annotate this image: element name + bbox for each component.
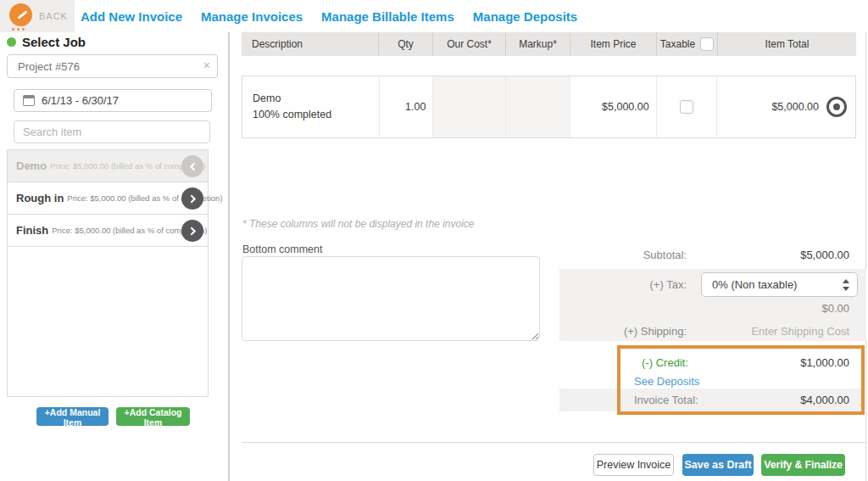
job-select-field: × (7, 54, 218, 78)
chevron-right-icon[interactable] (181, 220, 203, 242)
item-search-input[interactable] (14, 120, 210, 143)
header-item-price: Item Price (570, 32, 657, 56)
job-input[interactable] (7, 54, 218, 78)
tax-selected-option: 0% (Non taxable) (712, 278, 797, 291)
add-catalog-item-button[interactable]: +Add Catalog Item (116, 407, 190, 426)
credit-highlight-box: (-) Credit: $1,000.00 See Deposits Invoi… (617, 345, 865, 415)
cell-description: Demo 100% completed (242, 76, 380, 137)
chevron-left-icon[interactable] (181, 155, 203, 177)
calendar-icon (23, 95, 35, 106)
cell-markup (506, 76, 570, 137)
verify-finalize-button[interactable]: Verify & Finalize (761, 454, 845, 476)
see-deposits-link[interactable]: See Deposits (634, 375, 699, 388)
cell-item-total: $5,000.00 (717, 76, 855, 137)
list-item-finish[interactable]: Finish Price: $5,000.00 (billed as % of … (8, 215, 208, 247)
select-job-label: Select Job (22, 35, 86, 49)
invoice-total-row: Invoice Total: $4,000.00 (620, 389, 861, 411)
header-taxable: Taxable (657, 32, 718, 56)
subtotal-label: Subtotal: (559, 249, 687, 261)
cell-taxable (657, 76, 718, 137)
back-label: BACK (39, 11, 68, 21)
header-description: Description (242, 32, 379, 56)
credit-value: $1,000.00 (688, 356, 861, 369)
invoice-table-row: Demo 100% completed 1.00 $5,000.00 $5,00… (242, 76, 856, 138)
row-item-name: Demo (253, 91, 281, 107)
gauge-logo-icon (9, 3, 32, 26)
select-job-header: Select Job (7, 35, 86, 49)
logo-dots-icon (12, 28, 25, 31)
clear-job-icon[interactable]: × (203, 59, 210, 72)
tax-select[interactable]: 0% (Non taxable) (701, 272, 858, 297)
nav-add-new-invoice[interactable]: Add New Invoice (81, 9, 182, 24)
date-range-field[interactable]: 6/1/13 - 6/30/17 (14, 89, 212, 112)
invoice-table-header: Description Qty Our Cost* Markup* Item P… (242, 32, 856, 56)
sidebar-divider (228, 32, 230, 481)
invoice-total-row-strip (559, 389, 617, 411)
percent-complete-target-icon[interactable] (826, 97, 847, 117)
taxable-all-checkbox[interactable] (700, 37, 714, 51)
taxable-header-label: Taxable (660, 38, 695, 50)
columns-note: * These columns will not be displayed in… (242, 218, 474, 230)
nav-links: Add New Invoice Manage Invoices Manage B… (81, 0, 577, 32)
invoice-total-label: Invoice Total: (620, 394, 698, 406)
cell-item-price[interactable]: $5,000.00 (570, 76, 657, 137)
header-qty: Qty (379, 32, 433, 56)
nav-manage-billable-items[interactable]: Manage Billable Items (321, 9, 454, 24)
nav-manage-deposits[interactable]: Manage Deposits (473, 9, 577, 24)
subtotal-value: $5,000.00 (687, 249, 866, 261)
add-manual-item-button[interactable]: +Add Manual Item (36, 407, 108, 426)
credit-label: (-) Credit: (620, 356, 688, 369)
invoice-total-value: $4,000.00 (698, 394, 861, 406)
chevron-right-icon[interactable] (181, 187, 203, 210)
header-our-cost: Our Cost* (433, 32, 506, 56)
row-item-completion: 100% completed (253, 107, 331, 123)
tax-amount: $0.00 (559, 302, 849, 315)
save-as-draft-button[interactable]: Save as Draft (682, 454, 754, 476)
nav-manage-invoices[interactable]: Manage Invoices (201, 9, 303, 24)
list-item-rough-in[interactable]: Rough in Price: $5,000.00 (billed as % o… (8, 182, 208, 215)
tax-label: (+) Tax: (559, 278, 687, 291)
header-item-total: Item Total (718, 32, 856, 56)
job-status-dot-icon (7, 37, 16, 47)
select-stepper-icon (843, 279, 849, 291)
top-nav: BACK Add New Invoice Manage Invoices Man… (0, 0, 868, 32)
taxable-row-checkbox[interactable] (680, 100, 693, 114)
cell-our-cost (433, 76, 506, 137)
credit-row: (-) Credit: $1,000.00 (620, 356, 861, 369)
bottom-comment-label: Bottom comment (242, 243, 322, 255)
footer-divider (242, 442, 866, 443)
item-name: Rough in (16, 192, 64, 204)
subtotal-row: Subtotal: $5,000.00 (559, 249, 866, 261)
row-item-total-value: $5,000.00 (771, 101, 819, 113)
list-item-demo[interactable]: Demo Price: $5,000.00 (billed as % of co… (8, 150, 208, 182)
billable-item-list: Demo Price: $5,000.00 (billed as % of co… (7, 149, 209, 397)
bottom-comment-textarea[interactable] (242, 256, 540, 341)
back-button[interactable]: BACK (0, 0, 75, 32)
item-name: Demo (16, 159, 47, 172)
invoice-app: BACK Add New Invoice Manage Invoices Man… (0, 0, 868, 481)
shipping-cost-field[interactable]: Enter Shipping Cost (559, 325, 849, 338)
preview-invoice-button[interactable]: Preview Invoice (593, 454, 674, 476)
date-range-value: 6/1/13 - 6/30/17 (42, 94, 119, 107)
item-name: Finish (16, 224, 48, 237)
cell-qty[interactable]: 1.00 (380, 76, 434, 137)
header-markup: Markup* (506, 32, 570, 56)
